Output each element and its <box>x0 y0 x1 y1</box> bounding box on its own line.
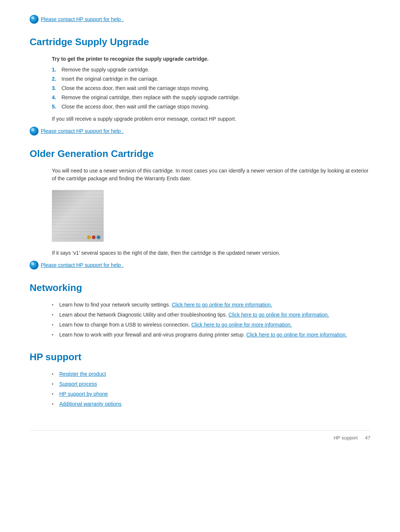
cartridge-section: Cartridge Supply Upgrade Try to get the … <box>30 35 370 135</box>
step-text-3: Close the access door, then wait until t… <box>61 84 209 92</box>
footer-page-number: 47 <box>365 434 370 442</box>
networking-text-2: Learn about the Network Diagnostic Utili… <box>59 311 329 319</box>
step-num-3: 3. <box>52 84 60 92</box>
hp-globe-icon-older <box>30 261 39 270</box>
hp-support-list: • Register the product • Support process… <box>52 370 370 408</box>
step-text-2: Insert the original cartridge in the car… <box>61 75 159 83</box>
hp-support-title: HP support <box>30 350 370 364</box>
footer-section-name: HP support <box>334 434 358 442</box>
networking-section: Networking • Learn how to find your netw… <box>30 281 370 339</box>
hp-support-section: HP support • Register the product • Supp… <box>30 350 370 408</box>
networking-item-2: • Learn about the Network Diagnostic Uti… <box>52 311 370 319</box>
networking-text-4: Learn how to work with your firewall and… <box>59 331 347 339</box>
hp-support-link-phone[interactable]: HP support by phone <box>59 390 108 398</box>
top-support-link[interactable]: Please contact HP support for help . <box>41 16 124 23</box>
cartridge-after-para: If you still receive a supply upgrade pr… <box>52 115 370 123</box>
networking-item-1: • Learn how to find your network securit… <box>52 301 370 309</box>
cartridge-step-2: 2. Insert the original cartridge in the … <box>52 75 370 83</box>
networking-link-1[interactable]: Click here to go online for more informa… <box>171 302 272 308</box>
hp-globe-icon-top <box>30 15 39 24</box>
top-support-row: Please contact HP support for help . <box>30 15 370 24</box>
step-num-2: 2. <box>52 75 60 83</box>
bullet-2: • <box>52 312 57 318</box>
networking-title: Networking <box>30 281 370 295</box>
footer-page-info: HP support 47 <box>334 434 370 442</box>
cartridge-color-icons <box>87 235 100 239</box>
hp-bullet-3: • <box>52 391 57 398</box>
bullet-4: • <box>52 332 57 338</box>
hp-bullet-1: • <box>52 371 57 378</box>
magenta-ink-icon <box>92 235 96 239</box>
networking-item-4: • Learn how to work with your firewall a… <box>52 331 370 339</box>
yellow-ink-icon <box>87 235 91 239</box>
cartridge-steps-list: 1. Remove the supply upgrade cartridge. … <box>52 66 370 111</box>
cartridge-support-link[interactable]: Please contact HP support for help . <box>41 127 124 135</box>
step-text-5: Close the access door, then wait until t… <box>61 103 209 111</box>
hp-support-item-1: • Register the product <box>52 370 370 378</box>
hp-support-item-3: • HP support by phone <box>52 390 370 398</box>
cartridge-step-5: 5. Close the access door, then wait unti… <box>52 103 370 111</box>
hp-globe-icon-cartridge <box>30 127 39 135</box>
networking-text-1: Learn how to find your network security … <box>59 301 272 309</box>
hp-support-link-register[interactable]: Register the product <box>59 370 106 378</box>
footer: HP support 47 <box>30 430 370 442</box>
hp-support-item-2: • Support process <box>52 380 370 388</box>
networking-item-3: • Learn how to change from a USB to wire… <box>52 321 370 329</box>
step-num-4: 4. <box>52 94 60 101</box>
hp-support-item-4: • Additional warranty options <box>52 400 370 408</box>
hp-bullet-2: • <box>52 381 57 388</box>
networking-link-2[interactable]: Click here to go online for more informa… <box>229 312 329 318</box>
older-para1: You will need to use a newer version of … <box>52 167 370 183</box>
networking-text-3: Learn how to change from a USB to wirele… <box>59 321 292 329</box>
older-para2: If it says ‘v1’ several spaces to the ri… <box>52 249 370 257</box>
cyan-ink-icon <box>97 235 100 239</box>
older-section: Older Generation Cartridge You will need… <box>30 147 370 270</box>
cartridge-image-inner <box>52 190 103 241</box>
cartridge-support-row: Please contact HP support for help . <box>30 127 370 135</box>
networking-link-4[interactable]: Click here to go online for more informa… <box>246 332 347 338</box>
networking-link-3[interactable]: Click here to go online for more informa… <box>191 322 292 328</box>
hp-bullet-4: • <box>52 401 57 408</box>
step-text-4: Remove the original cartridge, then repl… <box>61 94 240 101</box>
cartridge-intro: Try to get the printer to recognize the … <box>52 55 370 63</box>
step-text-1: Remove the supply upgrade cartridge. <box>61 66 149 74</box>
cartridge-image <box>52 190 104 242</box>
cartridge-title: Cartridge Supply Upgrade <box>30 35 370 49</box>
bullet-1: • <box>52 302 57 308</box>
cartridge-step-3: 3. Close the access door, then wait unti… <box>52 84 370 92</box>
older-support-link[interactable]: Please contact HP support for help . <box>41 261 124 269</box>
hp-support-link-warranty[interactable]: Additional warranty options <box>59 400 121 408</box>
step-num-5: 5. <box>52 103 60 111</box>
step-num-1: 1. <box>52 66 60 74</box>
bullet-3: • <box>52 322 57 328</box>
older-title: Older Generation Cartridge <box>30 147 370 161</box>
older-support-row: Please contact HP support for help . <box>30 261 370 270</box>
networking-list: • Learn how to find your network securit… <box>52 301 370 339</box>
hp-support-link-process[interactable]: Support process <box>59 380 97 388</box>
cartridge-step-1: 1. Remove the supply upgrade cartridge. <box>52 66 370 74</box>
cartridge-step-4: 4. Remove the original cartridge, then r… <box>52 94 370 101</box>
